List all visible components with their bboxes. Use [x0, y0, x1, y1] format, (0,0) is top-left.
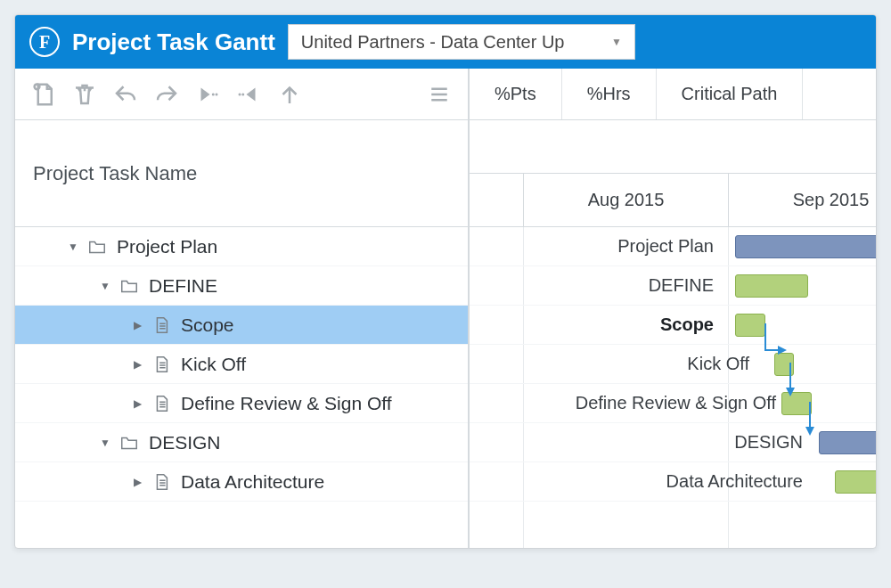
indent-right-button[interactable] — [190, 77, 225, 112]
gantt-label: Project Plan — [617, 236, 724, 257]
folder-icon — [86, 236, 108, 257]
timeline-header-months: Aug 2015 Sep 2015 — [470, 174, 876, 226]
menu-button[interactable] — [421, 77, 457, 112]
tree-row-kickoff[interactable]: Kick Off — [15, 345, 468, 384]
folder-icon — [119, 275, 140, 297]
chevron-down-icon: ▼ — [611, 36, 622, 48]
tree-row-label: Scope — [181, 314, 234, 336]
gantt-bar[interactable] — [735, 274, 808, 298]
gantt-chart[interactable]: Project Plan DEFINE Scope Kick Off Defin… — [470, 227, 876, 548]
header-bar: F Project Task Gantt United Partners - D… — [15, 15, 876, 69]
gantt-row-define-review[interactable]: Define Review & Sign Off — [470, 384, 876, 423]
timeline-header-top — [470, 120, 876, 174]
gantt-row-kickoff[interactable]: Kick Off — [470, 345, 876, 384]
gantt-bar[interactable] — [781, 392, 812, 415]
gantt-bar[interactable] — [774, 353, 794, 376]
gantt-label: Data Architecture — [666, 471, 813, 492]
month-aug: Aug 2015 — [523, 174, 728, 226]
toolbar-right: %Pts %Hrs Critical Path — [470, 69, 876, 119]
tree-row-data-architecture[interactable]: Data Architecture — [15, 462, 468, 502]
disclosure-triangle-icon[interactable] — [97, 280, 113, 292]
gantt-bar[interactable] — [819, 431, 876, 454]
gantt-row-project-plan[interactable]: Project Plan — [470, 227, 876, 266]
tree-row-label: Kick Off — [181, 354, 246, 375]
task-tree: Project Plan DEFINE Scope Kick Off — [15, 227, 468, 548]
gantt-bar[interactable] — [735, 235, 876, 258]
tree-row-label: DESIGN — [149, 432, 221, 453]
body: Project Task Name Project Plan DEFINE Sc… — [15, 120, 876, 548]
svg-point-3 — [241, 93, 244, 95]
document-icon — [151, 471, 172, 493]
document-icon — [151, 314, 172, 336]
document-icon — [151, 393, 172, 414]
tree-row-scope[interactable]: Scope — [15, 306, 468, 345]
disclosure-triangle-icon[interactable] — [129, 476, 145, 488]
project-select-value: United Partners - Data Center Up — [301, 32, 565, 53]
tree-row-label: Define Review & Sign Off — [181, 393, 392, 414]
month-spacer — [470, 174, 523, 226]
document-icon — [151, 354, 172, 375]
gantt-label: Define Review & Sign Off — [576, 393, 787, 413]
toolbar: %Pts %Hrs Critical Path — [15, 69, 876, 120]
gantt-bar[interactable] — [835, 470, 876, 494]
tree-row-design[interactable]: DESIGN — [15, 423, 468, 462]
task-tree-pane: Project Task Name Project Plan DEFINE Sc… — [15, 120, 470, 548]
tree-row-label: DEFINE — [149, 275, 217, 297]
tree-row-label: Data Architecture — [181, 471, 324, 493]
toolbar-left — [15, 69, 470, 119]
timeline-header: Aug 2015 Sep 2015 — [470, 120, 876, 227]
project-select[interactable]: United Partners - Data Center Up ▼ — [288, 24, 635, 60]
gantt-label: DESIGN — [734, 432, 813, 453]
tab-pts[interactable]: %Pts — [470, 69, 562, 119]
tree-row-label: Project Plan — [117, 236, 217, 257]
disclosure-triangle-icon[interactable] — [129, 397, 145, 410]
svg-point-2 — [216, 93, 218, 95]
move-up-button[interactable] — [272, 77, 307, 112]
gantt-row-scope[interactable]: Scope — [470, 306, 876, 345]
folder-icon — [119, 432, 140, 453]
new-doc-button[interactable] — [26, 77, 61, 112]
undo-button[interactable] — [108, 77, 143, 112]
gantt-pane: Aug 2015 Sep 2015 Project Plan DEFINE Sc… — [470, 120, 876, 548]
disclosure-triangle-icon[interactable] — [129, 358, 145, 371]
tree-row-project-plan[interactable]: Project Plan — [15, 227, 468, 266]
svg-point-4 — [239, 93, 241, 95]
gantt-row-data-architecture[interactable]: Data Architecture — [470, 462, 876, 502]
month-sep: Sep 2015 — [728, 174, 876, 226]
gantt-label: Scope — [660, 314, 724, 335]
redo-button[interactable] — [149, 77, 184, 112]
disclosure-triangle-icon[interactable] — [97, 437, 113, 449]
gantt-row-define[interactable]: DEFINE — [470, 266, 876, 306]
tree-row-define[interactable]: DEFINE — [15, 266, 468, 306]
logo-icon: F — [29, 27, 60, 57]
app-window: F Project Task Gantt United Partners - D… — [14, 14, 877, 549]
gantt-bar[interactable] — [735, 314, 765, 337]
gantt-row-design[interactable]: DESIGN — [470, 423, 876, 462]
disclosure-triangle-icon[interactable] — [129, 319, 145, 331]
tab-critical-path[interactable]: Critical Path — [657, 69, 804, 119]
delete-button[interactable] — [67, 77, 102, 112]
tab-hrs[interactable]: %Hrs — [562, 69, 657, 119]
svg-point-1 — [212, 93, 215, 95]
column-header-task-name: Project Task Name — [15, 120, 468, 227]
indent-left-button[interactable] — [231, 77, 266, 112]
page-title: Project Task Gantt — [72, 29, 275, 56]
disclosure-triangle-icon[interactable] — [65, 241, 81, 253]
tree-row-define-review[interactable]: Define Review & Sign Off — [15, 384, 468, 423]
gantt-label: Kick Off — [687, 354, 760, 374]
gantt-label: DEFINE — [649, 275, 724, 296]
